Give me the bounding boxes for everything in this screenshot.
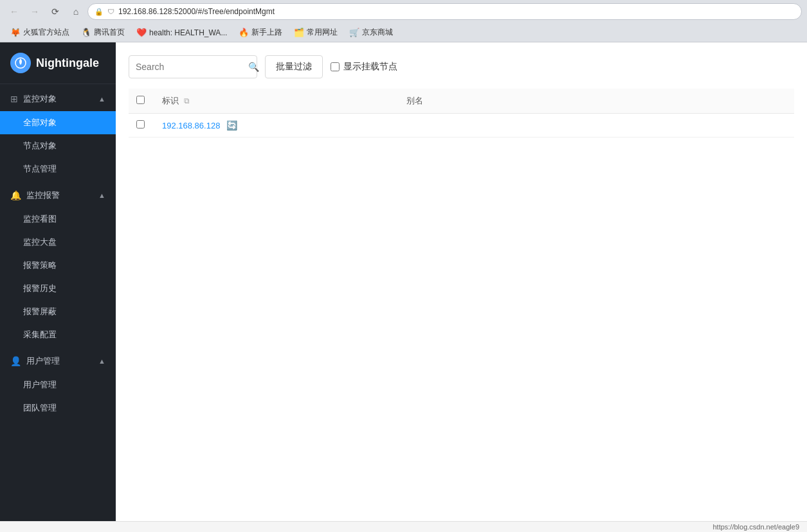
app-layout: Nightingale ⊞ 监控对象 ▲ 全部对象 节点对象 节点管理: [0, 42, 807, 521]
all-objects-label: 全部对象: [23, 118, 57, 127]
table-header-row: 标识 ⧉ 别名: [129, 89, 794, 114]
alert-shield-label: 报警屏蔽: [23, 306, 57, 316]
ip-link[interactable]: 192.168.86.128: [162, 121, 220, 130]
sidebar-section-user-mgmt: 👤 用户管理 ▲ 用户管理 团队管理: [0, 349, 116, 420]
collect-config-label: 采集配置: [23, 330, 57, 339]
sidebar: Nightingale ⊞ 监控对象 ▲ 全部对象 节点对象 节点管理: [0, 42, 116, 521]
browser-titlebar: ← → ⟳ ⌂ 🔒 🛡 192.168.86.128:52000/#/sTree…: [0, 0, 807, 23]
browser-chrome: ← → ⟳ ⌂ 🔒 🛡 192.168.86.128:52000/#/sTree…: [0, 0, 807, 42]
node-mgmt-label: 节点管理: [23, 164, 57, 173]
bookmark-tencent-label: 腾讯首页: [94, 27, 125, 38]
node-objects-label: 节点对象: [23, 141, 57, 150]
back-button[interactable]: ←: [5, 3, 23, 21]
section-left-alerts: 🔔 监控报警: [10, 190, 60, 201]
refresh-button[interactable]: ⟳: [46, 3, 64, 21]
toolbar: 🔍 批量过滤 显示挂载节点: [129, 55, 794, 78]
sidebar-item-node-mgmt[interactable]: 节点管理: [0, 157, 116, 181]
sidebar-item-alert-strategy[interactable]: 报警策略: [0, 254, 116, 277]
url-text: 192.168.86.128:52000/#/sTree/endpointMgm…: [118, 7, 275, 16]
monitoring-objects-icon: ⊞: [10, 94, 18, 104]
status-bar: https://blog.csdn.net/eagle9: [0, 521, 807, 532]
th-identifier: 标识 ⧉: [154, 89, 399, 114]
copy-icon: ⧉: [184, 96, 190, 105]
monitor-view-label: 监控看图: [23, 214, 57, 224]
team-management-label: 团队管理: [23, 403, 57, 412]
sidebar-section-monitoring-objects: ⊞ 监控对象 ▲ 全部对象 节点对象 节点管理: [0, 87, 116, 181]
chevron-down-icon-monitoring: ▲: [98, 95, 105, 103]
monitor-dashboard-label: 监控大盘: [23, 237, 57, 247]
chevron-down-icon-alerts: ▲: [98, 191, 105, 199]
monitoring-alerts-icon: 🔔: [10, 190, 21, 200]
bookmarks-bar: 🦊 火狐官方站点 🐧 腾讯首页 ❤️ health: HEALTH_WA... …: [0, 23, 807, 42]
show-mounted-checkbox[interactable]: [331, 62, 340, 71]
sidebar-section-header-monitoring-objects[interactable]: ⊞ 监控对象 ▲: [0, 87, 116, 111]
table-row: 192.168.86.128 🔄: [129, 114, 794, 137]
sidebar-item-team-management[interactable]: 团队管理: [0, 396, 116, 420]
bookmark-health-label: health: HEALTH_WA...: [149, 28, 227, 37]
table-header: 标识 ⧉ 别名: [129, 89, 794, 114]
bookmark-common[interactable]: 🗂️ 常用网址: [289, 26, 343, 39]
user-mgmt-label: 用户管理: [26, 355, 60, 367]
monitoring-alerts-label: 监控报警: [26, 190, 60, 201]
td-alias: [399, 114, 794, 137]
sidebar-item-alert-history[interactable]: 报警历史: [0, 277, 116, 300]
select-all-checkbox[interactable]: [136, 96, 145, 104]
alert-history-label: 报警历史: [23, 283, 57, 293]
bookmark-firefox-label: 火狐官方站点: [23, 27, 69, 38]
data-table: 标识 ⧉ 别名 192.168.86.128 🔄: [129, 89, 794, 137]
th-alias-label: 别名: [406, 96, 423, 105]
monitoring-objects-label: 监控对象: [23, 93, 57, 105]
batch-filter-button[interactable]: 批量过滤: [265, 55, 323, 78]
address-bar[interactable]: 🔒 🛡 192.168.86.128:52000/#/sTree/endpoin…: [87, 3, 802, 20]
bookmark-common-label: 常用网址: [307, 27, 338, 38]
bookmark-newuser[interactable]: 🔥 新手上路: [233, 26, 287, 39]
sidebar-section-header-user-mgmt[interactable]: 👤 用户管理 ▲: [0, 349, 116, 373]
bookmark-jd[interactable]: 🛒 京东商城: [344, 26, 398, 39]
forward-button[interactable]: →: [26, 3, 44, 21]
user-mgmt-icon: 👤: [10, 356, 21, 366]
table-body: 192.168.86.128 🔄: [129, 114, 794, 137]
chevron-down-icon-user: ▲: [98, 357, 105, 365]
alert-strategy-label: 报警策略: [23, 260, 57, 270]
search-icon[interactable]: 🔍: [248, 62, 259, 72]
sidebar-item-monitor-view[interactable]: 监控看图: [0, 208, 116, 231]
sidebar-item-collect-config[interactable]: 采集配置: [0, 323, 116, 346]
bookmark-jd-label: 京东商城: [362, 27, 393, 38]
bookmark-jd-icon: 🛒: [349, 28, 359, 37]
user-management-label: 用户管理: [23, 380, 57, 389]
bookmark-tencent-icon: 🐧: [81, 28, 91, 37]
bookmark-health-icon: ❤️: [136, 28, 147, 37]
sidebar-item-alert-shield[interactable]: 报警屏蔽: [0, 300, 116, 323]
bookmark-firefox-icon: 🦊: [10, 28, 21, 37]
bookmark-tencent[interactable]: 🐧 腾讯首页: [76, 26, 130, 39]
search-input[interactable]: [136, 62, 248, 72]
home-button[interactable]: ⌂: [67, 3, 85, 21]
section-left-user: 👤 用户管理: [10, 355, 60, 367]
bookmark-newuser-label: 新手上路: [251, 27, 282, 38]
td-identifier: 192.168.86.128 🔄: [154, 114, 399, 137]
shield-icon: 🛡: [107, 8, 114, 15]
th-checkbox: [129, 89, 154, 114]
bookmark-firefox[interactable]: 🦊 火狐官方站点: [5, 26, 75, 39]
logo-text: Nightingale: [36, 57, 99, 70]
show-mounted-text: 显示挂载节点: [343, 61, 397, 73]
row-refresh-icon[interactable]: 🔄: [226, 120, 237, 130]
show-mounted-label[interactable]: 显示挂载节点: [331, 61, 397, 73]
search-box[interactable]: 🔍: [129, 55, 257, 78]
bookmark-common-icon: 🗂️: [294, 28, 304, 37]
sidebar-item-all-objects[interactable]: 全部对象: [0, 111, 116, 134]
main-content: 🔍 批量过滤 显示挂载节点 标识 ⧉ 别名: [116, 42, 807, 521]
sidebar-item-user-management[interactable]: 用户管理: [0, 373, 116, 396]
bookmark-health[interactable]: ❤️ health: HEALTH_WA...: [131, 26, 232, 39]
sidebar-item-node-objects[interactable]: 节点对象: [0, 134, 116, 157]
td-checkbox: [129, 114, 154, 137]
row-checkbox[interactable]: [136, 120, 145, 129]
sidebar-logo: Nightingale: [0, 42, 116, 84]
sidebar-item-monitor-dashboard[interactable]: 监控大盘: [0, 231, 116, 254]
section-left-monitoring: ⊞ 监控对象: [10, 93, 57, 105]
th-identifier-label: 标识: [162, 96, 179, 105]
logo-icon: [10, 53, 31, 73]
sidebar-section-monitoring-alerts: 🔔 监控报警 ▲ 监控看图 监控大盘 报警策略 报警历史 报警屏蔽 采集配置: [0, 183, 116, 346]
sidebar-section-header-monitoring-alerts[interactable]: 🔔 监控报警 ▲: [0, 183, 116, 208]
security-icon: 🔒: [95, 8, 104, 16]
